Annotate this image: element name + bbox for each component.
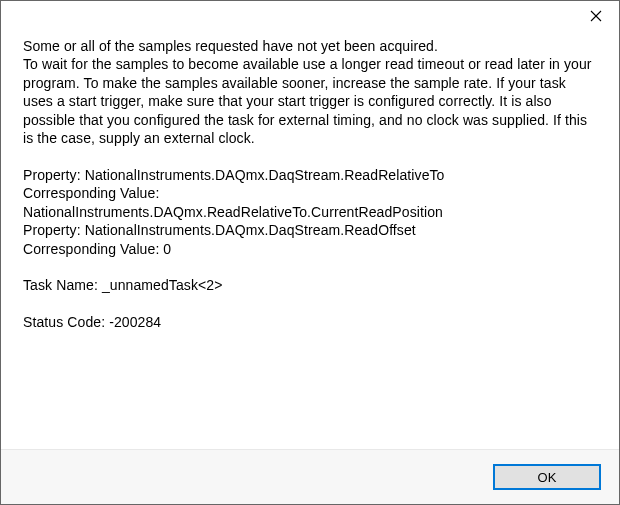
dialog-content: Some or all of the samples requested hav… bbox=[1, 33, 619, 449]
status-code-line: Status Code: -200284 bbox=[23, 313, 597, 331]
error-dialog: Some or all of the samples requested hav… bbox=[0, 0, 620, 505]
ok-button[interactable]: OK bbox=[493, 464, 601, 490]
close-icon bbox=[590, 10, 602, 22]
task-name: Task Name: _unnamedTask<2> bbox=[23, 276, 597, 294]
titlebar bbox=[1, 1, 619, 33]
property-details: Property: NationalInstruments.DAQmx.DaqS… bbox=[23, 166, 597, 258]
property-line: Property: NationalInstruments.DAQmx.DaqS… bbox=[23, 166, 597, 184]
status-code: Status Code: -200284 bbox=[23, 313, 597, 331]
error-message: Some or all of the samples requested hav… bbox=[23, 37, 597, 148]
task-name-line: Task Name: _unnamedTask<2> bbox=[23, 276, 597, 294]
property-line: NationalInstruments.DAQmx.ReadRelativeTo… bbox=[23, 203, 597, 221]
property-line: Corresponding Value: 0 bbox=[23, 240, 597, 258]
button-row: OK bbox=[1, 449, 619, 504]
property-line: Corresponding Value: bbox=[23, 184, 597, 202]
property-line: Property: NationalInstruments.DAQmx.DaqS… bbox=[23, 221, 597, 239]
close-button[interactable] bbox=[573, 1, 619, 31]
